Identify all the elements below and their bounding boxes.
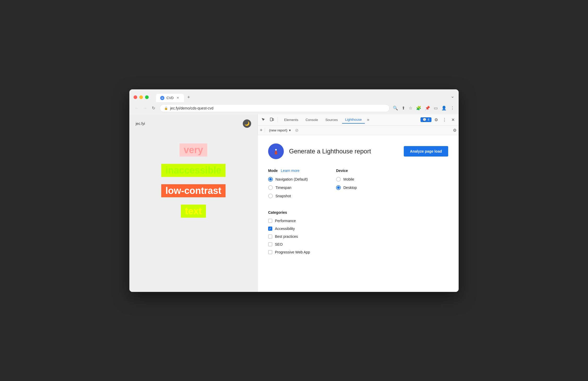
url-bar[interactable]: 🔒 jec.fyi/demo/cds-quest-cvd	[160, 104, 390, 112]
category-seo[interactable]: SEO	[268, 242, 448, 246]
devtools-settings-button[interactable]: ⚙	[433, 116, 440, 123]
sidebar-icon[interactable]: ▭	[434, 106, 438, 111]
devtools-close-button[interactable]: ✕	[449, 116, 457, 123]
add-report-button[interactable]: +	[260, 128, 263, 133]
report-selector[interactable]: (new report) ▾	[267, 127, 293, 133]
refresh-button[interactable]: ↻	[150, 106, 157, 111]
checkbox-seo-label: SEO	[275, 242, 283, 246]
checkbox-seo	[268, 242, 272, 246]
main-content: jec.fyi 🌙 very inaccessible low-contrast…	[129, 114, 459, 292]
mode-label: Mode	[268, 169, 278, 173]
checkbox-best-practices-label: Best practices	[275, 234, 298, 239]
devtools-right-controls: 💬 4 ⚙ ⋮ ✕	[420, 116, 457, 123]
dropdown-icon: ▾	[289, 128, 291, 132]
category-performance[interactable]: Performance	[268, 219, 448, 223]
tab-bar-dropdown[interactable]: ⌄	[451, 93, 454, 101]
url-text: jec.fyi/demo/cds-quest-cvd	[170, 106, 214, 110]
search-icon[interactable]: 🔍	[393, 106, 398, 111]
mode-snapshot[interactable]: Snapshot	[268, 194, 320, 198]
pin-icon[interactable]: 📌	[425, 106, 430, 111]
browser-tab-cvd[interactable]: G CVD ✕	[156, 94, 184, 102]
share-icon[interactable]: ⬆	[402, 106, 405, 111]
svg-rect-3	[273, 119, 274, 120]
traffic-light-red[interactable]	[134, 95, 137, 99]
mode-timespan[interactable]: Timespan	[268, 185, 320, 190]
tab-bar: G CVD ✕ +	[156, 93, 447, 102]
traffic-light-yellow[interactable]	[139, 95, 143, 99]
mode-navigation[interactable]: Navigation (Default)	[268, 177, 320, 182]
device-header: Device	[336, 169, 388, 173]
radio-timespan-circle	[268, 185, 273, 190]
category-pwa[interactable]: Progressive Web App	[268, 250, 448, 254]
devtools-more-button[interactable]: ⋮	[441, 116, 448, 123]
devtools-header: Elements Console Sources Lighthouse »	[258, 114, 459, 126]
options-row: Mode Learn more Navigation (Default) Tim…	[268, 169, 448, 202]
category-best-practices[interactable]: Best practices	[268, 234, 448, 239]
svg-text:G: G	[162, 97, 163, 99]
categories-title: Categories	[268, 210, 448, 215]
categories-section: Categories Performance ✓ Accessibility B…	[268, 210, 448, 254]
badge-icon: 💬	[423, 118, 426, 122]
analyze-page-load-button[interactable]: Analyze page load	[404, 146, 448, 157]
category-accessibility[interactable]: ✓ Accessibility	[268, 227, 448, 231]
radio-snapshot-label: Snapshot	[275, 194, 291, 198]
radio-mobile-label: Mobile	[343, 177, 354, 181]
more-icon[interactable]: ⋮	[450, 106, 454, 111]
lighthouse-content: Generate a Lighthouse report Analyze pag…	[258, 135, 459, 292]
radio-timespan-label: Timespan	[275, 186, 291, 190]
learn-more-link[interactable]: Learn more	[281, 169, 300, 173]
report-placeholder: (new report)	[269, 128, 287, 132]
checkbox-performance	[268, 219, 272, 223]
radio-desktop-label: Desktop	[343, 186, 357, 190]
radio-desktop-circle	[336, 185, 341, 190]
lighthouse-header: Generate a Lighthouse report Analyze pag…	[268, 143, 448, 159]
console-badge[interactable]: 💬 4	[420, 117, 431, 122]
traffic-lights	[134, 95, 149, 99]
devtools-toolbar: + (new report) ▾ ⊘ ⚙	[258, 126, 459, 135]
svg-point-6	[275, 149, 277, 151]
checkbox-best-practices	[268, 234, 272, 239]
demo-content: very inaccessible low-contrast text	[129, 133, 257, 228]
tab-lighthouse[interactable]: Lighthouse	[342, 116, 365, 124]
tab-console[interactable]: Console	[302, 116, 321, 123]
address-right-icons: 🔍 ⬆ ☆ 🧩 📌 ▭ 👤 ⋮	[393, 106, 454, 111]
demo-word-inaccessible: inaccessible	[161, 164, 226, 177]
lighthouse-settings-button[interactable]: ⚙	[453, 128, 457, 133]
forward-button[interactable]: →	[142, 106, 148, 111]
website-panel: jec.fyi 🌙 very inaccessible low-contrast…	[129, 114, 257, 292]
tab-sources[interactable]: Sources	[322, 116, 341, 123]
title-bar: G CVD ✕ + ⌄	[129, 89, 459, 102]
bookmark-icon[interactable]: ☆	[409, 106, 412, 111]
lock-icon: 🔒	[164, 106, 168, 110]
devtools-tabs: Elements Console Sources Lighthouse »	[281, 116, 370, 124]
header-separator-1	[278, 117, 278, 122]
new-tab-button[interactable]: +	[184, 93, 193, 102]
badge-count: 4	[428, 118, 429, 122]
radio-navigation-circle	[268, 177, 273, 182]
no-entry-icon[interactable]: ⊘	[295, 128, 298, 133]
website-header: jec.fyi 🌙	[129, 119, 257, 133]
dark-mode-button[interactable]: 🌙	[243, 119, 251, 128]
checkbox-performance-label: Performance	[275, 219, 296, 223]
device-mobile[interactable]: Mobile	[336, 177, 388, 182]
tab-elements[interactable]: Elements	[281, 116, 301, 123]
checkbox-accessibility: ✓	[268, 227, 272, 231]
tab-favicon: G	[160, 96, 164, 100]
demo-word-text: text	[181, 205, 206, 218]
checkbox-accessibility-label: Accessibility	[275, 227, 295, 231]
device-toolbar-button[interactable]	[268, 116, 275, 123]
lighthouse-title: Generate a Lighthouse report	[289, 148, 399, 155]
tab-close-button[interactable]: ✕	[176, 96, 180, 100]
devtools-panel: Elements Console Sources Lighthouse »	[258, 114, 459, 292]
nav-buttons: ← → ↻	[134, 106, 157, 111]
browser-window: G CVD ✕ + ⌄ ← → ↻ 🔒 jec.fyi/demo/cds-que…	[129, 89, 459, 292]
device-desktop[interactable]: Desktop	[336, 185, 388, 190]
more-tabs-button[interactable]: »	[366, 116, 370, 123]
traffic-light-green[interactable]	[145, 95, 149, 99]
back-button[interactable]: ←	[134, 106, 140, 111]
demo-word-very: very	[180, 143, 207, 157]
profile-icon[interactable]: 👤	[441, 106, 447, 111]
mode-header: Mode Learn more	[268, 169, 320, 173]
extensions-icon[interactable]: 🧩	[416, 106, 421, 111]
inspect-tool-button[interactable]	[260, 116, 267, 123]
